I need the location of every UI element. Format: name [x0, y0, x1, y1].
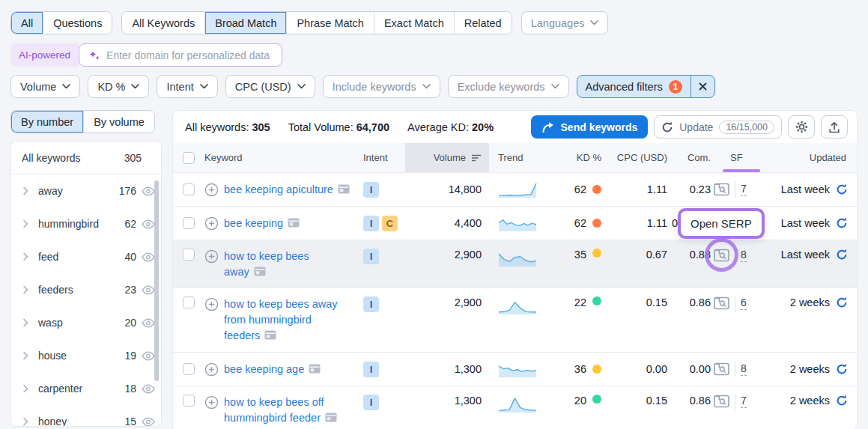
sidebar-tab-by-number[interactable]: By number — [11, 111, 83, 133]
column-header-sf[interactable]: SF — [711, 143, 768, 172]
tab-phrase-match[interactable]: Phrase Match — [286, 12, 373, 34]
filter-dropdown-cpc-usd-[interactable]: CPC (USD) — [225, 75, 315, 98]
tab-questions[interactable]: Questions — [43, 12, 112, 34]
kd-value: 20 — [574, 395, 586, 407]
clear-advanced-filters-button[interactable] — [691, 76, 714, 97]
sidebar-item-feed[interactable]: feed40 — [11, 240, 161, 273]
sidebar-item-wasp[interactable]: wasp20 — [11, 306, 161, 339]
chevron-right-icon[interactable] — [22, 219, 34, 228]
select-all-checkbox[interactable] — [183, 152, 195, 164]
table-settings-button[interactable] — [788, 115, 815, 139]
advanced-filters-button[interactable]: Advanced filters 1 — [577, 76, 691, 97]
refresh-icon[interactable] — [836, 183, 848, 195]
row-checkbox[interactable] — [183, 395, 195, 407]
filter-dropdown-exclude-keywords[interactable]: Exclude keywords — [448, 75, 569, 98]
filter-dropdown-include-keywords[interactable]: Include keywords — [323, 75, 440, 98]
keyword-link[interactable]: bee keeping — [224, 216, 300, 231]
eye-icon[interactable] — [142, 186, 155, 196]
column-header-kd[interactable]: KD % — [546, 143, 601, 172]
keyword-link[interactable]: bee keeping apiculture — [224, 182, 350, 198]
filter-dropdown-intent[interactable]: Intent — [157, 75, 217, 98]
serp-features-count[interactable]: 8 — [741, 249, 747, 262]
chevron-right-icon[interactable] — [22, 285, 34, 294]
chevron-right-icon[interactable] — [22, 384, 34, 393]
add-keyword-icon[interactable] — [204, 395, 219, 410]
serp-features-count[interactable]: 7 — [741, 183, 747, 196]
sidebar-item-feeders[interactable]: feeders23 — [11, 273, 161, 306]
export-button[interactable] — [821, 115, 848, 139]
open-serp-button[interactable] — [714, 362, 729, 376]
refresh-icon[interactable] — [836, 296, 848, 308]
keyword-link[interactable]: bee keeping age — [224, 362, 321, 377]
column-header-volume[interactable]: Volume — [405, 143, 489, 172]
serp-features-count[interactable]: 8 — [741, 362, 747, 376]
column-header-updated[interactable]: Updated — [768, 143, 858, 172]
row-checkbox[interactable] — [183, 363, 195, 375]
table-row: how to keep beesaway I 2,900 35 0.67 0.8… — [173, 240, 857, 288]
kd-difficulty-dot — [592, 185, 601, 194]
sidebar-scrollbar[interactable] — [154, 180, 159, 381]
column-header-intent[interactable]: Intent — [363, 143, 405, 172]
add-keyword-icon[interactable] — [204, 362, 219, 377]
serp-features-count[interactable]: 7 — [741, 395, 747, 408]
sidebar-item-hummingbird[interactable]: hummingbird62 — [11, 207, 161, 240]
eye-icon[interactable] — [142, 285, 155, 295]
send-keywords-button[interactable]: Send keywords — [531, 115, 649, 139]
row-checkbox[interactable] — [183, 296, 195, 308]
intent-badges: I — [363, 240, 405, 264]
all-keywords-group-header[interactable]: All keywords 305 — [11, 142, 161, 174]
refresh-icon[interactable] — [836, 363, 848, 375]
eye-icon[interactable] — [142, 219, 155, 229]
keyword-link[interactable]: how to keep beesaway — [224, 249, 309, 280]
chevron-right-icon[interactable] — [22, 186, 34, 195]
keyword-link[interactable]: how to keep bees awayfrom hummingbirdfee… — [224, 296, 338, 344]
column-header-com[interactable]: Com. — [667, 143, 711, 172]
eye-icon[interactable] — [142, 384, 155, 394]
sidebar-item-away[interactable]: away176 — [11, 174, 161, 207]
column-header-keyword[interactable]: Keyword — [204, 143, 363, 172]
cpc-value: 0.67 — [601, 240, 667, 261]
sidebar-item-house[interactable]: house19 — [11, 339, 161, 372]
column-header-cpc[interactable]: CPC (USD) — [601, 143, 667, 172]
eye-icon[interactable] — [142, 318, 155, 328]
refresh-icon[interactable] — [836, 395, 848, 407]
eye-icon[interactable] — [142, 351, 155, 361]
open-serp-button[interactable] — [714, 296, 729, 310]
tab-exact-match[interactable]: Exact Match — [374, 12, 454, 34]
add-keyword-icon[interactable] — [204, 249, 219, 264]
filter-dropdown-volume[interactable]: Volume — [10, 75, 80, 98]
update-button[interactable]: Update 16/15,000 — [654, 115, 782, 139]
add-keyword-icon[interactable] — [204, 216, 219, 231]
serp-features-count[interactable]: 6 — [741, 296, 747, 310]
eye-icon[interactable] — [142, 252, 155, 262]
sidebar-item-honey[interactable]: honey15 — [11, 405, 161, 427]
row-checkbox[interactable] — [183, 217, 195, 229]
filter-dropdown-kd-[interactable]: KD % — [88, 75, 149, 98]
domain-input[interactable] — [106, 49, 273, 61]
chevron-right-icon[interactable] — [22, 318, 34, 327]
open-serp-button[interactable] — [714, 249, 729, 262]
chevron-right-icon[interactable] — [22, 417, 34, 426]
add-keyword-icon[interactable] — [204, 296, 219, 311]
tab-related[interactable]: Related — [454, 12, 512, 34]
chevron-right-icon[interactable] — [22, 351, 34, 360]
add-keyword-icon[interactable] — [204, 182, 219, 197]
tab-all-keywords[interactable]: All Keywords — [122, 12, 204, 34]
table-row: bee keeping age I 1,300 36 0.00 0.00 8 2… — [173, 353, 857, 386]
open-serp-button[interactable] — [714, 395, 729, 408]
row-checkbox[interactable] — [183, 249, 195, 261]
chevron-right-icon[interactable] — [22, 252, 34, 261]
tab-broad-match[interactable]: Broad Match — [204, 12, 286, 34]
tab-all[interactable]: All — [11, 12, 43, 34]
column-header-trend[interactable]: Trend — [489, 143, 546, 172]
open-serp-button[interactable] — [714, 183, 729, 196]
row-checkbox[interactable] — [183, 183, 195, 195]
refresh-icon[interactable] — [836, 249, 848, 261]
intent-badge-i: I — [363, 216, 379, 231]
refresh-icon[interactable] — [836, 217, 848, 229]
sidebar-tab-by-volume[interactable]: By volume — [83, 111, 154, 133]
eye-icon[interactable] — [142, 417, 155, 427]
sidebar-item-carpenter[interactable]: carpenter18 — [11, 372, 161, 405]
languages-dropdown[interactable]: Languages — [521, 11, 609, 34]
keyword-link[interactable]: how to keep bees offhummingbird feeder — [224, 395, 337, 426]
